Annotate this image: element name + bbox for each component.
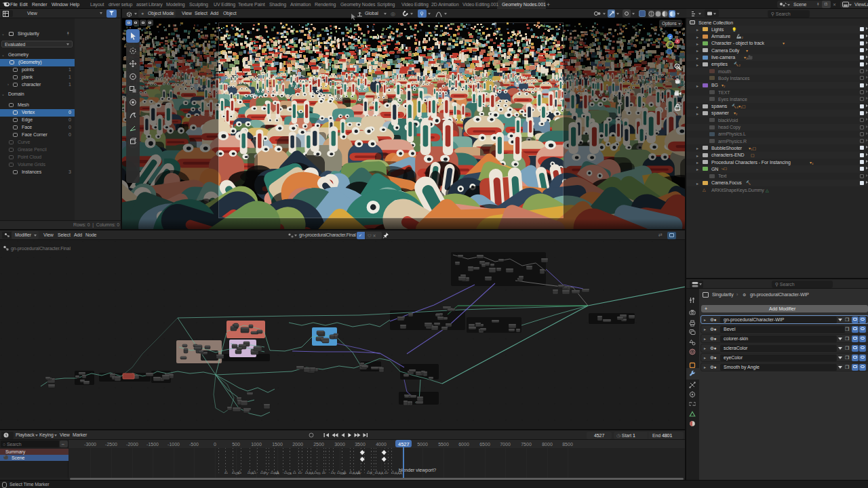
svg-text:Z: Z [669, 35, 671, 39]
svg-text:X: X [676, 39, 679, 43]
